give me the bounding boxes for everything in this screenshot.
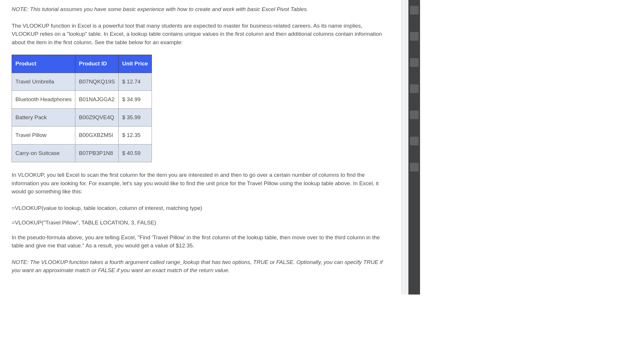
lookup-table-example: Product Product ID Unit Price Travel Umb… [12, 55, 152, 162]
header-unit-price: Unit Price [118, 55, 152, 73]
article-content: NOTE: This tutorial assumes you have som… [0, 0, 401, 295]
header-product: Product [12, 55, 75, 73]
sidebar-icon[interactable] [410, 163, 419, 172]
cell-unit-price: $ 35.99 [118, 108, 152, 126]
cell-product: Travel Pillow [12, 126, 75, 144]
cell-product-id: B07NQKQ19S [75, 73, 119, 91]
table-row: Carry-on Suitcase B07PB3P1N8 $ 40.59 [12, 144, 152, 162]
sidebar-icon[interactable] [410, 58, 419, 67]
cell-unit-price: $ 34.99 [118, 91, 152, 109]
sidebar-icon[interactable] [410, 6, 419, 15]
sidebar-icon[interactable] [410, 137, 419, 145]
sidebar-icon[interactable] [410, 32, 419, 41]
header-product-id: Product ID [75, 55, 119, 73]
paragraph-intro: The VLOOKUP function in Excel is a power… [12, 22, 389, 47]
cell-product: Travel Umbrella [12, 73, 75, 91]
table-row: Travel Pillow B00GXBZM5I $ 12.35 [12, 126, 152, 144]
formula-generic: =VLOOKUP(value to lookup, table location… [12, 204, 389, 213]
cell-product: Carry-on Suitcase [12, 144, 75, 162]
sidebar-icon[interactable] [410, 110, 419, 119]
cell-unit-price: $ 40.59 [118, 144, 152, 162]
paragraph-result: In the pseudo-formula above, you are tel… [12, 233, 389, 250]
cell-product-id: B07PB3P1N8 [75, 144, 119, 162]
table-row: Travel Umbrella B07NQKQ19S $ 12.74 [12, 73, 152, 91]
cell-product-id: B01NAJGGA2 [75, 91, 119, 109]
right-sidebar [408, 0, 420, 295]
cell-unit-price: $ 12.74 [118, 73, 152, 91]
paragraph-explain: In VLOOKUP, you tell Excel to scan the f… [12, 171, 389, 196]
scrollbar-track[interactable] [403, 0, 408, 295]
cell-product-id: B00Z9QVE4Q [75, 108, 119, 126]
formula-example: =VLOOKUP("Travel Pillow", TABLE LOCATION… [12, 219, 389, 227]
intro-note: NOTE: This tutorial assumes you have som… [12, 5, 389, 14]
sidebar-icon[interactable] [410, 84, 419, 93]
cell-product-id: B00GXBZM5I [75, 126, 119, 144]
table-header-row: Product Product ID Unit Price [12, 55, 152, 73]
vertical-divider [402, 0, 402, 295]
cell-product: Battery Pack [12, 108, 75, 126]
range-lookup-note: NOTE: The VLOOKUP function takes a fourt… [12, 258, 389, 275]
cell-product: Bluetooth Headphones [12, 91, 75, 109]
table-row: Battery Pack B00Z9QVE4Q $ 35.99 [12, 108, 152, 126]
cell-unit-price: $ 12.35 [118, 126, 152, 144]
table-row: Bluetooth Headphones B01NAJGGA2 $ 34.99 [12, 91, 152, 109]
